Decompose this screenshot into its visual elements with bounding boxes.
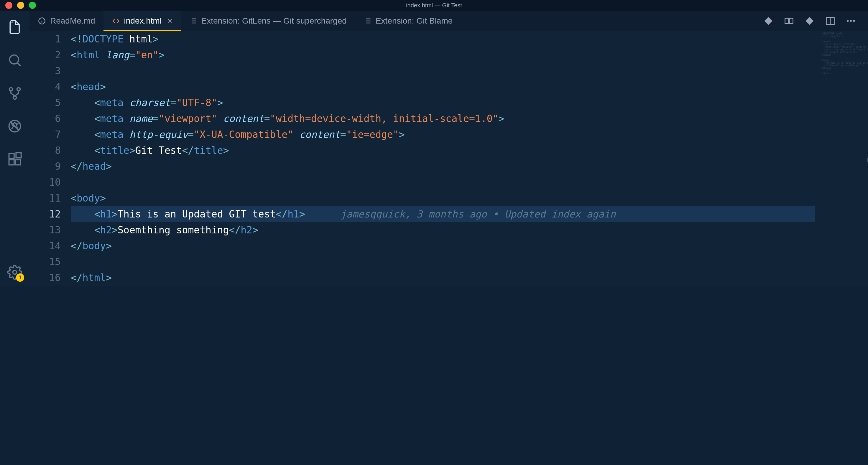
maximize-window-button[interactable] <box>29 2 36 9</box>
settings-badge: 1 <box>16 273 24 282</box>
code-line[interactable] <box>71 63 815 79</box>
line-number: 1 <box>30 31 61 47</box>
activity-bar: 1 <box>0 11 30 286</box>
line-number: 13 <box>30 222 61 238</box>
extensions-icon[interactable] <box>7 152 22 167</box>
line-number: 5 <box>30 95 61 111</box>
svg-point-17 <box>853 20 855 22</box>
code-line[interactable]: <h1>This is an Updated GIT test</h1>jame… <box>71 206 815 222</box>
explorer-icon[interactable] <box>7 20 22 35</box>
line-number: 9 <box>30 159 61 174</box>
close-window-button[interactable] <box>5 2 12 9</box>
code-line[interactable]: <meta http-equiv="X-UA-Compatible" conte… <box>71 127 815 143</box>
code-line[interactable]: </body> <box>71 238 815 254</box>
editor-body[interactable]: 12345678910111213141516 <!DOCTYPE html><… <box>30 31 868 286</box>
tab-label: Extension: GitLens — Git supercharged <box>202 16 347 26</box>
code-line[interactable]: <meta charset="UTF-8"> <box>71 95 815 111</box>
split-editor-icon[interactable] <box>825 15 836 26</box>
tab-label: Extension: Git Blame <box>376 16 453 26</box>
code-line[interactable]: <html lang="en"> <box>71 47 815 63</box>
scroll-marker <box>867 158 868 162</box>
line-number: 11 <box>30 190 61 206</box>
info-icon <box>38 17 46 25</box>
svg-rect-12 <box>785 18 789 24</box>
close-tab-icon[interactable]: × <box>167 16 172 26</box>
code-content[interactable]: <!DOCTYPE html><html lang="en"><head> <m… <box>71 31 868 286</box>
tab-label: ReadMe.md <box>50 16 95 26</box>
code-line[interactable]: <head> <box>71 79 815 95</box>
code-line[interactable] <box>71 254 815 270</box>
svg-point-10 <box>13 270 17 274</box>
line-number-gutter: 12345678910111213141516 <box>30 31 71 286</box>
list-icon <box>189 17 197 25</box>
main-layout: 1 ReadMe.md index.html × Extension: GitL… <box>0 11 868 286</box>
svg-point-15 <box>847 20 849 22</box>
debug-icon[interactable] <box>7 119 22 134</box>
svg-point-16 <box>850 20 852 22</box>
app-root: index.html — Git Test 1 <box>0 0 868 286</box>
svg-point-2 <box>17 88 20 91</box>
code-line[interactable]: <meta name="viewport" content="width=dev… <box>71 111 815 127</box>
svg-point-1 <box>9 88 13 91</box>
code-line[interactable]: <h2>Soemthing something</h2> <box>71 222 815 238</box>
line-number: 3 <box>30 63 61 79</box>
compare-changes-icon[interactable] <box>784 15 794 26</box>
tab-actions <box>763 11 865 31</box>
code-line[interactable] <box>71 174 815 190</box>
tab-gitblame[interactable]: Extension: Git Blame <box>355 11 461 31</box>
line-number: 10 <box>30 174 61 190</box>
line-number: 16 <box>30 270 61 286</box>
gitlens-diamond-icon[interactable] <box>804 15 815 26</box>
tab-readme[interactable]: ReadMe.md <box>30 11 103 31</box>
search-icon[interactable] <box>7 53 22 68</box>
gitlens-diamond-icon[interactable] <box>763 15 774 26</box>
tab-index-html[interactable]: index.html × <box>103 11 181 31</box>
list-icon <box>363 17 371 25</box>
code-line[interactable]: </html> <box>71 270 815 286</box>
line-number: 15 <box>30 254 61 270</box>
line-number: 8 <box>30 143 61 159</box>
svg-rect-13 <box>789 18 793 24</box>
line-number: 2 <box>30 47 61 63</box>
line-number: 14 <box>30 238 61 254</box>
line-number: 7 <box>30 127 61 143</box>
code-line[interactable]: <title>Git Test</title> <box>71 143 815 159</box>
svg-rect-6 <box>9 154 14 159</box>
code-line[interactable]: <body> <box>71 190 815 206</box>
settings-gear-icon[interactable]: 1 <box>7 265 22 280</box>
code-line[interactable]: <!DOCTYPE html> <box>71 31 815 47</box>
svg-point-3 <box>13 96 17 99</box>
more-icon[interactable] <box>846 15 856 26</box>
code-icon <box>112 17 120 25</box>
inline-blame: jamesqquick, 3 months ago • Updated inde… <box>341 208 616 220</box>
tab-label: index.html <box>124 16 162 26</box>
svg-rect-7 <box>9 160 14 165</box>
window-title: index.html — Git Test <box>406 2 462 9</box>
tab-gitlens[interactable]: Extension: GitLens — Git supercharged <box>181 11 355 31</box>
code-line[interactable]: </head> <box>71 159 815 174</box>
source-control-icon[interactable] <box>7 86 22 101</box>
editor-area: ReadMe.md index.html × Extension: GitLen… <box>30 11 868 286</box>
svg-rect-9 <box>16 153 21 158</box>
minimize-window-button[interactable] <box>17 2 24 9</box>
tab-bar: ReadMe.md index.html × Extension: GitLen… <box>30 11 868 31</box>
svg-rect-8 <box>16 160 20 165</box>
line-number: 4 <box>30 79 61 95</box>
traffic-lights <box>0 2 36 9</box>
line-number: 12 <box>30 206 61 222</box>
macos-titlebar: index.html — Git Test <box>0 0 868 11</box>
svg-point-0 <box>10 55 19 64</box>
line-number: 6 <box>30 111 61 127</box>
activity-bottom: 1 <box>0 265 30 280</box>
